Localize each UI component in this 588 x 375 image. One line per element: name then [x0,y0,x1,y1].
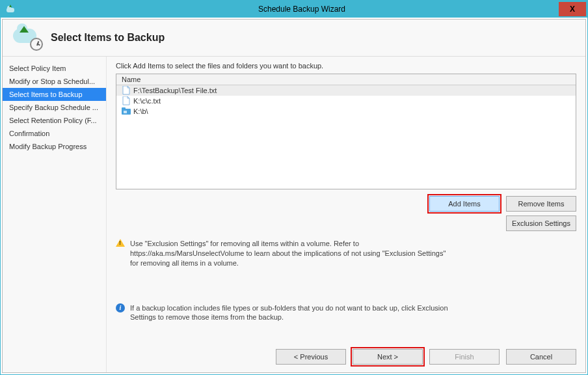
close-button[interactable]: X [559,2,586,16]
app-icon [5,3,16,15]
list-item[interactable]: K:\b\ [116,106,576,117]
wizard-window: Schedule Backup Wizard X Select Items to… [0,0,588,375]
sidebar-item-specify-schedule[interactable]: Specify Backup Schedule ... [3,101,106,114]
window-title: Schedule Backup Wizard [16,5,587,14]
previous-button[interactable]: < Previous [276,349,346,365]
sidebar-item-progress[interactable]: Modify Backup Progress [3,140,106,153]
file-icon [122,86,131,95]
info-icon: i [116,303,125,312]
next-button[interactable]: Next > [353,349,423,365]
list-item-label: F:\TestBackup\Test File.txt [133,87,217,94]
instruction-text: Click Add Items to select the files and … [116,62,576,70]
items-button-row: Add Items Remove Items [116,196,576,212]
list-item-label: K:\b\ [133,107,148,115]
list-item[interactable]: K:\c\c.txt [116,96,576,106]
sidebar-item-confirmation[interactable]: Confirmation [3,127,106,140]
close-icon: X [570,5,575,14]
list-item-label: K:\c\c.txt [133,97,161,105]
sidebar-item-retention[interactable]: Select Retention Policy (F... [3,114,106,127]
list-item[interactable]: F:\TestBackup\Test File.txt [116,85,576,96]
folder-icon [122,107,131,116]
file-icon [122,96,131,105]
info-note: i If a backup location includes file typ… [116,303,454,323]
steps-sidebar: Select Policy Item Modify or Stop a Sche… [3,57,107,372]
warning-icon [116,239,125,247]
items-listbox[interactable]: Name F:\TestBackup\Test File.txt K:\c\c.… [116,74,576,189]
header-backup-icon [13,26,40,49]
exclusion-settings-button[interactable]: Exclusion Settings [506,215,576,231]
page-title: Select Items to Backup [51,32,165,44]
sidebar-item-modify-stop[interactable]: Modify or Stop a Schedul... [3,75,106,88]
warning-text: Use "Exclusion Settings" for removing al… [130,239,454,268]
add-items-button[interactable]: Add Items [429,196,500,212]
sidebar-item-select-policy[interactable]: Select Policy Item [3,62,106,75]
list-column-name[interactable]: Name [116,74,576,85]
remove-items-button[interactable]: Remove Items [506,196,576,212]
wizard-body: Select Items to Backup Select Policy Ite… [2,19,586,373]
content-area: Select Policy Item Modify or Stop a Sche… [3,57,585,372]
svg-rect-5 [124,111,127,113]
warning-note: Use "Exclusion Settings" for removing al… [116,239,454,268]
page-header: Select Items to Backup [3,20,585,57]
cancel-button[interactable]: Cancel [506,349,576,365]
wizard-footer: < Previous Next > Finish Cancel [116,339,576,365]
svg-marker-2 [9,5,12,7]
finish-button: Finish [429,349,500,365]
svg-rect-4 [122,107,126,110]
info-text: If a backup location includes file types… [130,303,454,323]
exclusion-button-row: Exclusion Settings [116,215,576,231]
titlebar: Schedule Backup Wizard X [1,1,587,18]
main-panel: Click Add Items to select the files and … [107,57,585,372]
sidebar-item-select-items[interactable]: Select Items to Backup [3,88,106,101]
